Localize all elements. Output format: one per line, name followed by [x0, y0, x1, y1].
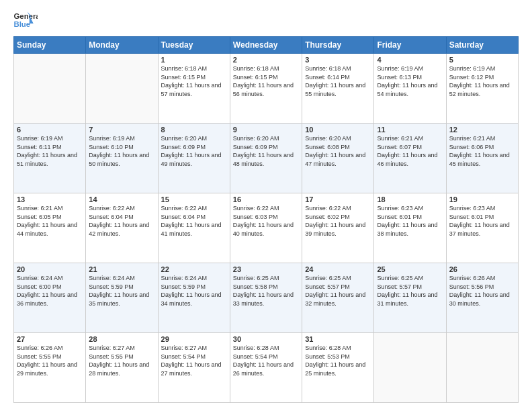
day-number: 23	[233, 265, 299, 273]
calendar-cell	[14, 54, 86, 124]
day-info: Sunrise: 6:22 AM Sunset: 6:03 PM Dayligh…	[233, 204, 299, 238]
day-info: Sunrise: 6:19 AM Sunset: 6:10 PM Dayligh…	[89, 134, 154, 168]
svg-text:General: General	[14, 12, 38, 20]
day-info: Sunrise: 6:26 AM Sunset: 5:55 PM Dayligh…	[17, 344, 83, 377]
calendar-cell: 12Sunrise: 6:21 AM Sunset: 6:06 PM Dayli…	[446, 124, 518, 193]
day-number: 19	[449, 195, 515, 203]
col-header-wednesday: Wednesday	[230, 37, 302, 54]
day-info: Sunrise: 6:19 AM Sunset: 6:12 PM Dayligh…	[449, 64, 515, 98]
calendar-cell: 14Sunrise: 6:22 AM Sunset: 6:04 PM Dayli…	[86, 193, 158, 263]
logo-icon: General Blue	[13, 11, 38, 30]
calendar-cell: 27Sunrise: 6:26 AM Sunset: 5:55 PM Dayli…	[14, 333, 86, 403]
calendar-cell: 16Sunrise: 6:22 AM Sunset: 6:03 PM Dayli…	[230, 193, 302, 263]
calendar-cell: 6Sunrise: 6:19 AM Sunset: 6:11 PM Daylig…	[14, 124, 86, 193]
day-number: 10	[305, 126, 371, 134]
calendar-cell: 8Sunrise: 6:20 AM Sunset: 6:09 PM Daylig…	[158, 124, 230, 193]
day-info: Sunrise: 6:27 AM Sunset: 5:54 PM Dayligh…	[161, 344, 227, 377]
day-number: 15	[161, 195, 227, 203]
day-info: Sunrise: 6:28 AM Sunset: 5:54 PM Dayligh…	[233, 344, 299, 377]
calendar-cell: 19Sunrise: 6:23 AM Sunset: 6:01 PM Dayli…	[446, 193, 518, 263]
day-info: Sunrise: 6:18 AM Sunset: 6:14 PM Dayligh…	[305, 64, 371, 98]
day-info: Sunrise: 6:23 AM Sunset: 6:01 PM Dayligh…	[377, 204, 443, 238]
calendar-cell: 31Sunrise: 6:28 AM Sunset: 5:53 PM Dayli…	[302, 333, 374, 403]
header: General Blue	[13, 11, 519, 30]
calendar-cell: 3Sunrise: 6:18 AM Sunset: 6:14 PM Daylig…	[302, 54, 374, 124]
calendar-cell: 15Sunrise: 6:22 AM Sunset: 6:04 PM Dayli…	[158, 193, 230, 263]
day-number: 25	[377, 265, 443, 273]
day-number: 30	[233, 335, 299, 343]
calendar-cell: 22Sunrise: 6:24 AM Sunset: 5:59 PM Dayli…	[158, 263, 230, 333]
svg-text:Blue: Blue	[14, 20, 31, 28]
day-number: 21	[89, 265, 154, 273]
logo: General Blue	[13, 11, 42, 30]
calendar-body: 1Sunrise: 6:18 AM Sunset: 6:15 PM Daylig…	[14, 54, 519, 403]
day-number: 11	[377, 126, 443, 134]
day-info: Sunrise: 6:25 AM Sunset: 5:58 PM Dayligh…	[233, 274, 299, 308]
day-number: 14	[89, 195, 154, 203]
day-info: Sunrise: 6:21 AM Sunset: 6:05 PM Dayligh…	[17, 204, 83, 238]
day-info: Sunrise: 6:24 AM Sunset: 6:00 PM Dayligh…	[17, 274, 83, 308]
day-info: Sunrise: 6:20 AM Sunset: 6:08 PM Dayligh…	[305, 134, 371, 168]
calendar-cell: 29Sunrise: 6:27 AM Sunset: 5:54 PM Dayli…	[158, 333, 230, 403]
col-header-friday: Friday	[374, 37, 446, 54]
week-row: 6Sunrise: 6:19 AM Sunset: 6:11 PM Daylig…	[14, 124, 519, 193]
calendar-cell: 21Sunrise: 6:24 AM Sunset: 5:59 PM Dayli…	[86, 263, 158, 333]
day-number: 4	[377, 56, 443, 64]
header-row: SundayMondayTuesdayWednesdayThursdayFrid…	[14, 37, 519, 54]
calendar-cell: 17Sunrise: 6:22 AM Sunset: 6:02 PM Dayli…	[302, 193, 374, 263]
day-number: 8	[161, 126, 227, 134]
calendar-cell: 10Sunrise: 6:20 AM Sunset: 6:08 PM Dayli…	[302, 124, 374, 193]
day-number: 6	[17, 126, 83, 134]
calendar-cell: 11Sunrise: 6:21 AM Sunset: 6:07 PM Dayli…	[374, 124, 446, 193]
day-number: 18	[377, 195, 443, 203]
calendar-cell: 9Sunrise: 6:20 AM Sunset: 6:09 PM Daylig…	[230, 124, 302, 193]
calendar: SundayMondayTuesdayWednesdayThursdayFrid…	[13, 36, 519, 403]
day-info: Sunrise: 6:18 AM Sunset: 6:15 PM Dayligh…	[233, 64, 299, 98]
col-header-tuesday: Tuesday	[158, 37, 230, 54]
week-row: 1Sunrise: 6:18 AM Sunset: 6:15 PM Daylig…	[14, 54, 519, 124]
calendar-cell: 20Sunrise: 6:24 AM Sunset: 6:00 PM Dayli…	[14, 263, 86, 333]
day-number: 13	[17, 195, 83, 203]
day-info: Sunrise: 6:23 AM Sunset: 6:01 PM Dayligh…	[449, 204, 515, 238]
calendar-cell: 13Sunrise: 6:21 AM Sunset: 6:05 PM Dayli…	[14, 193, 86, 263]
day-number: 7	[89, 126, 154, 134]
day-info: Sunrise: 6:22 AM Sunset: 6:04 PM Dayligh…	[161, 204, 227, 238]
day-info: Sunrise: 6:20 AM Sunset: 6:09 PM Dayligh…	[233, 134, 299, 168]
day-number: 28	[89, 335, 154, 343]
page: General Blue SundayMondayTuesdayWednesda…	[0, 0, 532, 411]
day-number: 27	[17, 335, 83, 343]
day-info: Sunrise: 6:24 AM Sunset: 5:59 PM Dayligh…	[89, 274, 154, 308]
calendar-cell: 5Sunrise: 6:19 AM Sunset: 6:12 PM Daylig…	[446, 54, 518, 124]
day-number: 22	[161, 265, 227, 273]
day-info: Sunrise: 6:21 AM Sunset: 6:06 PM Dayligh…	[449, 134, 515, 168]
calendar-cell: 23Sunrise: 6:25 AM Sunset: 5:58 PM Dayli…	[230, 263, 302, 333]
day-info: Sunrise: 6:19 AM Sunset: 6:13 PM Dayligh…	[377, 64, 443, 98]
day-info: Sunrise: 6:22 AM Sunset: 6:02 PM Dayligh…	[305, 204, 371, 238]
day-info: Sunrise: 6:26 AM Sunset: 5:56 PM Dayligh…	[449, 274, 515, 308]
calendar-cell: 26Sunrise: 6:26 AM Sunset: 5:56 PM Dayli…	[446, 263, 518, 333]
day-number: 26	[449, 265, 515, 273]
day-number: 9	[233, 126, 299, 134]
col-header-saturday: Saturday	[446, 37, 518, 54]
week-row: 13Sunrise: 6:21 AM Sunset: 6:05 PM Dayli…	[14, 193, 519, 263]
calendar-cell: 30Sunrise: 6:28 AM Sunset: 5:54 PM Dayli…	[230, 333, 302, 403]
day-number: 12	[449, 126, 515, 134]
day-number: 2	[233, 56, 299, 64]
week-row: 20Sunrise: 6:24 AM Sunset: 6:00 PM Dayli…	[14, 263, 519, 333]
day-info: Sunrise: 6:24 AM Sunset: 5:59 PM Dayligh…	[161, 274, 227, 308]
day-number: 24	[305, 265, 371, 273]
day-number: 17	[305, 195, 371, 203]
day-info: Sunrise: 6:21 AM Sunset: 6:07 PM Dayligh…	[377, 134, 443, 168]
day-number: 29	[161, 335, 227, 343]
calendar-cell: 25Sunrise: 6:25 AM Sunset: 5:57 PM Dayli…	[374, 263, 446, 333]
calendar-cell: 4Sunrise: 6:19 AM Sunset: 6:13 PM Daylig…	[374, 54, 446, 124]
day-info: Sunrise: 6:22 AM Sunset: 6:04 PM Dayligh…	[89, 204, 154, 238]
day-number: 5	[449, 56, 515, 64]
col-header-monday: Monday	[86, 37, 158, 54]
day-number: 1	[161, 56, 227, 64]
day-info: Sunrise: 6:27 AM Sunset: 5:55 PM Dayligh…	[89, 344, 154, 377]
day-info: Sunrise: 6:25 AM Sunset: 5:57 PM Dayligh…	[377, 274, 443, 308]
day-number: 31	[305, 335, 371, 343]
col-header-sunday: Sunday	[14, 37, 86, 54]
calendar-cell	[86, 54, 158, 124]
